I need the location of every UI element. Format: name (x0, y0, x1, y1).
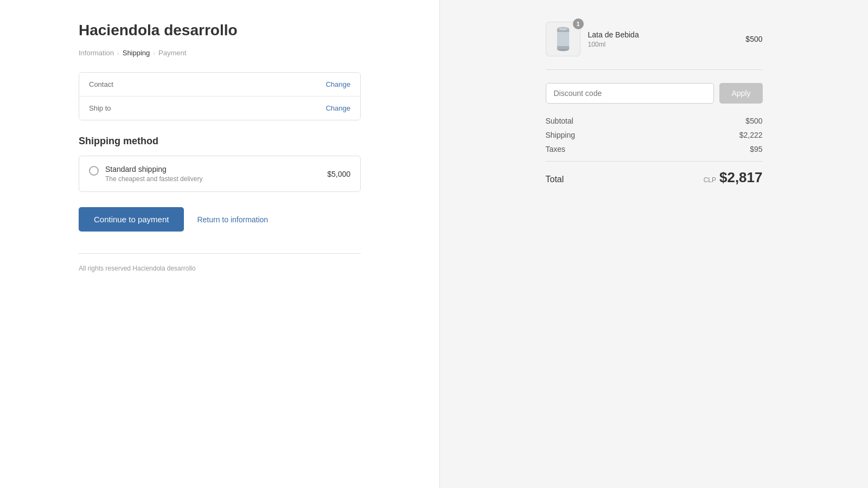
store-title: Haciendola desarrollo (79, 22, 361, 39)
breadcrumb-sep-1: › (117, 50, 119, 56)
shipping-option-left: Standard shipping The cheapest and faste… (89, 165, 202, 183)
right-content: 1 Lata de Bebida 100ml $500 Apply Subtot… (546, 22, 763, 186)
info-box: Contact Change Ship to Change (79, 72, 361, 120)
right-panel: 1 Lata de Bebida 100ml $500 Apply Subtot… (439, 0, 868, 488)
left-panel: Haciendola desarrollo Information › Ship… (0, 0, 439, 488)
product-badge: 1 (573, 18, 584, 29)
contact-row: Contact Change (79, 73, 360, 96)
total-amount: $2,817 (719, 169, 763, 186)
breadcrumb-shipping[interactable]: Shipping (123, 49, 150, 57)
product-can-icon (552, 25, 574, 53)
breadcrumb: Information › Shipping › Payment (79, 49, 361, 57)
total-label: Total (546, 175, 564, 184)
product-variant: 100ml (588, 41, 639, 48)
product-image-wrapper: 1 (546, 22, 580, 56)
contact-label: Contact (89, 80, 113, 88)
ship-to-change-button[interactable]: Change (326, 104, 350, 112)
shipping-radio[interactable] (89, 166, 99, 176)
taxes-value: $95 (750, 145, 762, 153)
product-row: 1 Lata de Bebida 100ml $500 (546, 22, 763, 70)
continue-to-payment-button[interactable]: Continue to payment (79, 207, 184, 232)
contact-change-button[interactable]: Change (326, 80, 350, 88)
subtotal-label: Subtotal (546, 117, 573, 125)
breadcrumb-information[interactable]: Information (79, 49, 114, 57)
shipping-cost-row: Shipping $2,222 (546, 131, 763, 139)
left-footer: All rights reserved Haciendola desarroll… (79, 253, 361, 272)
breadcrumb-sep-2: › (153, 50, 155, 56)
shipping-cost-value: $2,222 (739, 131, 763, 139)
ship-to-row: Ship to Change (79, 96, 360, 120)
discount-row: Apply (546, 83, 763, 104)
apply-discount-button[interactable]: Apply (719, 83, 762, 104)
return-to-information-button[interactable]: Return to information (197, 215, 268, 224)
subtotal-row: Subtotal $500 (546, 117, 763, 125)
total-currency: CLP (704, 176, 716, 184)
shipping-option-info: Standard shipping The cheapest and faste… (105, 165, 202, 183)
shipping-option-price: $5,000 (327, 170, 350, 178)
shipping-option-desc: The cheapest and fastest delivery (105, 175, 202, 183)
product-left: 1 Lata de Bebida 100ml (546, 22, 639, 56)
subtotal-value: $500 (745, 117, 762, 125)
taxes-row: Taxes $95 (546, 145, 763, 153)
shipping-option-standard[interactable]: Standard shipping The cheapest and faste… (79, 156, 361, 192)
discount-code-input[interactable] (546, 83, 714, 104)
taxes-label: Taxes (546, 145, 566, 153)
button-row: Continue to payment Return to informatio… (79, 207, 361, 232)
shipping-method-title: Shipping method (79, 136, 361, 147)
product-info: Lata de Bebida 100ml (588, 30, 639, 48)
svg-rect-6 (560, 28, 566, 29)
left-content: Haciendola desarrollo Information › Ship… (79, 22, 361, 272)
product-price: $500 (745, 35, 762, 43)
svg-rect-4 (557, 46, 569, 49)
product-name: Lata de Bebida (588, 30, 639, 39)
breadcrumb-payment[interactable]: Payment (158, 49, 186, 57)
footer-text: All rights reserved Haciendola desarroll… (79, 265, 195, 272)
total-row: Total CLP $2,817 (546, 169, 763, 186)
shipping-cost-label: Shipping (546, 131, 576, 139)
summary-divider (546, 161, 763, 162)
total-right: CLP $2,817 (704, 169, 763, 186)
ship-to-label: Ship to (89, 104, 111, 112)
shipping-option-name: Standard shipping (105, 165, 202, 174)
